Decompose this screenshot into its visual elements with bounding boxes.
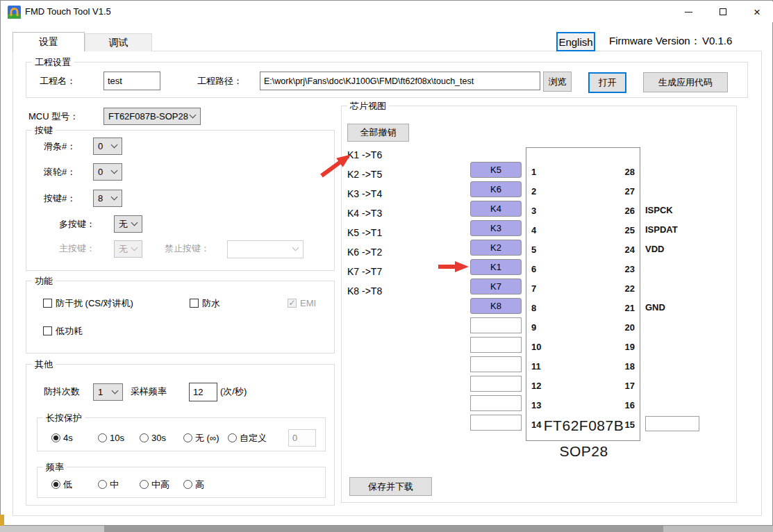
features-group-label: 功能 [32,275,56,288]
empty-pin-slot-right[interactable] [645,416,699,431]
tab-debug[interactable]: 调试 [85,33,152,51]
key-button-k6[interactable]: K6 [470,181,522,197]
project-name-label: 工程名： [40,75,76,88]
long-press-none-radio[interactable] [183,433,192,442]
pin-number-left: 2 [531,185,536,198]
sample-rate-label: 采样频率 [131,385,167,398]
pin-number-left: 12 [531,380,541,392]
app-window: FMD Touch Tool V1.5 × 设置 调试 English Firm… [0,0,773,526]
english-language-button[interactable]: English [556,32,595,51]
key-button-k1[interactable]: K1 [470,259,522,275]
pin-number-right: 24 [625,244,635,256]
pin-number-left: 1 [531,166,536,178]
maximize-button[interactable] [706,1,739,22]
open-button[interactable]: 打开 [588,72,626,93]
project-name-value: test [108,76,122,86]
chevron-down-icon [190,111,197,118]
close-button[interactable]: × [740,1,773,22]
long-press-custom-value: 0 [292,433,297,443]
key-button-k7[interactable]: K7 [470,279,522,294]
wheel-count-select[interactable]: 0 [93,163,122,181]
generate-code-button[interactable]: 生成应用代码 [643,72,728,92]
empty-pin-slot[interactable] [470,415,522,431]
low-power-label: 低功耗 [56,325,83,338]
empty-pin-slot[interactable] [470,376,522,392]
empty-pin-slot[interactable] [470,337,522,353]
key-button-k5[interactable]: K5 [470,162,522,178]
key-button-k8[interactable]: K8 [470,298,522,314]
pin-number-right: 15 [625,419,635,431]
chevron-down-icon [111,193,118,200]
multi-key-select[interactable]: 无 [114,215,142,233]
key-button-k2[interactable]: K2 [470,240,522,256]
empty-pin-slot[interactable] [470,395,522,411]
sample-rate-input[interactable]: 12 [189,383,217,401]
freq-midhigh-label: 中高 [151,479,169,491]
debounce-value: 1 [98,387,103,397]
keys-group-label: 按键 [32,124,56,137]
disable-key-select [227,240,304,258]
waterproof-label: 防水 [202,297,220,310]
features-group: 功能 [26,281,335,354]
pin-number-right: 21 [625,302,635,315]
project-path-input[interactable]: E:\work\prj\Fans\doc\KJ100G\FMD\ft62f08x… [260,72,540,90]
pin-number-right: 28 [625,166,635,178]
project-settings-group-label: 工程设置 [32,56,74,69]
browse-button[interactable]: 浏览 [543,72,572,92]
key-count-value: 8 [98,193,103,203]
emi-label: EMI [300,297,316,310]
long-press-custom-radio[interactable] [228,433,237,442]
minimize-icon [685,12,692,13]
wheel-count-value: 0 [98,167,103,177]
key-mapping-item: K8 ->T8 [347,281,382,301]
chevron-down-icon [292,244,299,251]
key-count-select[interactable]: 8 [93,190,122,207]
sample-rate-value: 12 [193,387,203,397]
undo-all-button[interactable]: 全部撤销 [347,124,409,142]
save-download-button[interactable]: 保存并下载 [349,477,432,496]
long-press-30s-label: 30s [151,432,166,444]
key-mapping-item: K6 ->T2 [347,242,382,262]
freq-midhigh-radio[interactable] [140,480,149,489]
arrow-to-k1-button [438,259,472,274]
pin-number-left: 9 [531,322,536,334]
chip-name: FT62F087B [526,417,641,434]
key-button-k4[interactable]: K4 [470,201,522,217]
waterproof-checkbox[interactable] [190,299,199,308]
long-press-10s-radio[interactable] [98,433,107,442]
mcu-model-select[interactable]: FT62F087B-SOP28 [103,108,201,125]
long-press-custom-label: 自定义 [240,432,267,444]
freq-high-radio[interactable] [183,480,192,489]
empty-pin-slot[interactable] [470,317,522,333]
empty-pin-slot[interactable] [470,356,522,372]
minimize-button[interactable] [672,1,705,22]
long-press-4s-radio[interactable] [51,433,60,442]
long-press-30s-radio[interactable] [140,433,149,442]
low-power-checkbox[interactable] [43,326,52,335]
multi-key-label: 多按键： [59,218,95,231]
long-press-group-label: 长按保护 [43,412,85,424]
long-press-group: 长按保护 [37,417,326,451]
key-button-k3[interactable]: K3 [470,220,522,236]
freq-low-radio[interactable] [51,480,60,489]
key-mapping-item: K3 ->T4 [347,184,382,203]
main-key-select: 无 [114,240,142,258]
anti-interference-label: 防干扰 (CS/对讲机) [56,297,133,310]
slider-count-value: 0 [98,141,103,151]
freq-mid-radio[interactable] [98,480,107,489]
chevron-down-icon [111,141,118,148]
tab-settings[interactable]: 设置 [13,32,85,51]
pin-number-left: 4 [531,224,536,237]
maximize-icon [720,8,726,15]
multi-key-value: 无 [119,218,128,231]
anti-interference-checkbox[interactable] [43,299,52,308]
project-name-input[interactable]: test [103,72,160,90]
long-press-none-label: 无 (∞) [195,432,219,444]
slider-count-select[interactable]: 0 [93,138,122,155]
chip-diagram: FT62F087B SOP28 123456789101112131428272… [526,147,640,441]
pin-function-label-gnd: GND [645,301,665,314]
background-window-fragment [0,515,4,526]
other-group-label: 其他 [32,358,56,371]
pin-number-left: 5 [531,244,536,256]
debounce-select[interactable]: 1 [93,383,123,401]
